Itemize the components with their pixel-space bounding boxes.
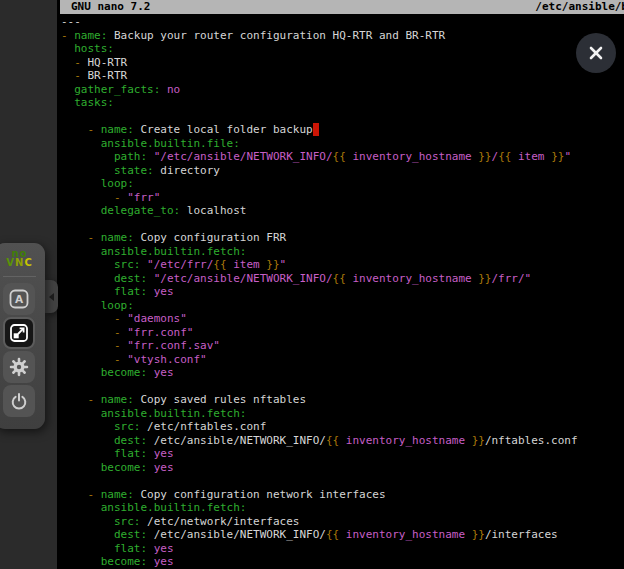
editor-line: - name: Copy configuration network inter… (61, 488, 624, 502)
code-segment: - (114, 191, 127, 204)
fullscreen-button[interactable] (3, 317, 35, 349)
code-segment: ansible.builtin.fetch: (101, 501, 247, 514)
editor-line: flat: yes (61, 285, 624, 299)
code-segment: tasks: (74, 96, 114, 109)
code-segment: name: (101, 488, 134, 501)
editor-line: delegate_to: localhost (61, 204, 624, 218)
code-segment: }} (478, 272, 491, 285)
editor-line (61, 110, 624, 124)
code-segment (147, 150, 154, 163)
code-segment: - (88, 231, 101, 244)
code-segment (61, 555, 101, 568)
code-segment (160, 83, 167, 96)
code-segment: "vtysh.conf" (127, 353, 206, 366)
code-segment: HQ-RTR (88, 56, 128, 69)
code-segment: /etc/nftables.conf (140, 420, 266, 433)
code-segment: }} (478, 150, 491, 163)
code-segment (61, 150, 114, 163)
code-segment: BR-RTR (88, 69, 128, 82)
code-segment (61, 231, 88, 244)
code-segment: {{ (326, 434, 339, 447)
code-segment: /frr/" (492, 272, 532, 285)
terminal[interactable]: GNU nano 7.2 /etc/ansible/b ---- name: B… (57, 0, 624, 569)
editor-line: tasks: (61, 96, 624, 110)
code-segment: - (61, 29, 74, 42)
editor-line: src: "/etc/frr/{{ item }}" (61, 258, 624, 272)
code-segment: yes (154, 285, 174, 298)
nano-version-label: GNU nano 7.2 (71, 0, 150, 14)
code-segment: Copy configuration FRR (134, 231, 286, 244)
editor-line: become: yes (61, 366, 624, 380)
code-segment: inventory_hostname (339, 434, 471, 447)
code-segment (61, 353, 114, 366)
code-segment (61, 69, 74, 82)
code-segment: - (114, 326, 127, 339)
code-segment: flat: (114, 285, 147, 298)
code-segment: dest: (114, 528, 147, 541)
code-segment: Copy configuration network interfaces (134, 488, 386, 501)
code-segment: item (511, 150, 551, 163)
code-segment (61, 56, 74, 69)
code-segment (61, 515, 114, 528)
editor-content[interactable]: ---- name: Backup your router configurat… (61, 15, 624, 569)
editor-line: state: directory (61, 164, 624, 178)
code-segment (61, 461, 101, 474)
code-segment: "/etc/ansible/NETWORK_INFO/ (154, 150, 333, 163)
code-segment (147, 272, 154, 285)
editor-line (61, 218, 624, 232)
code-segment (61, 528, 114, 541)
editor-line: loop: (61, 177, 624, 191)
code-segment: - (74, 69, 87, 82)
settings-button[interactable] (3, 351, 35, 383)
code-segment (61, 501, 101, 514)
keyboard-button[interactable]: A (3, 283, 35, 315)
editor-line: gather_facts: no (61, 83, 624, 97)
code-segment: delegate_to: (101, 204, 180, 217)
code-segment (61, 96, 74, 109)
code-segment: - (114, 353, 127, 366)
code-segment: }} (472, 528, 485, 541)
code-segment (147, 555, 154, 568)
code-segment: no (167, 83, 180, 96)
code-segment: become: (101, 366, 147, 379)
code-segment: src: (114, 515, 141, 528)
editor-line: dest: /etc/ansible/NETWORK_INFO/{{ inven… (61, 528, 624, 542)
editor-line: dest: "/etc/ansible/NETWORK_INFO/{{ inve… (61, 272, 624, 286)
editor-line: become: yes (61, 555, 624, 569)
code-segment: {{ (498, 150, 511, 163)
code-segment: Copy saved rules nftables (134, 393, 306, 406)
code-segment (61, 245, 101, 258)
code-segment: become: (101, 461, 147, 474)
code-segment: "/etc/ansible/NETWORK_INFO/ (154, 272, 333, 285)
code-segment: src: (114, 258, 141, 271)
code-segment (61, 285, 114, 298)
nano-titlebar: GNU nano 7.2 /etc/ansible/b (60, 0, 624, 14)
power-button[interactable] (3, 385, 35, 417)
editor-line: ansible.builtin.fetch: (61, 501, 624, 515)
editor-line: - name: Backup your router configuration… (61, 29, 624, 43)
gear-icon (9, 357, 29, 377)
code-segment: }} (266, 258, 279, 271)
editor-line: - "frr.conf.sav" (61, 339, 624, 353)
code-segment: inventory_hostname (339, 528, 471, 541)
editor-line: - "vtysh.conf" (61, 353, 624, 367)
code-segment (61, 447, 114, 460)
editor-line: - name: Copy configuration FRR (61, 231, 624, 245)
editor-line: src: /etc/nftables.conf (61, 420, 624, 434)
editor-line: - BR-RTR (61, 69, 624, 83)
code-segment (61, 204, 101, 217)
code-segment: state: (114, 164, 154, 177)
editor-line: - "frr.conf" (61, 326, 624, 340)
code-segment: "/etc/frr/ (147, 258, 213, 271)
code-segment: name: (101, 231, 134, 244)
editor-line: dest: /etc/ansible/NETWORK_INFO/{{ inven… (61, 434, 624, 448)
control-bar-handle[interactable] (45, 280, 58, 313)
code-segment: flat: (114, 542, 147, 555)
close-button[interactable] (576, 33, 616, 73)
code-segment: - (74, 56, 87, 69)
divider (3, 276, 36, 277)
svg-text:A: A (15, 293, 24, 305)
code-segment (147, 366, 154, 379)
code-segment: --- (61, 15, 81, 28)
code-segment: "frr.conf.sav" (127, 339, 220, 352)
